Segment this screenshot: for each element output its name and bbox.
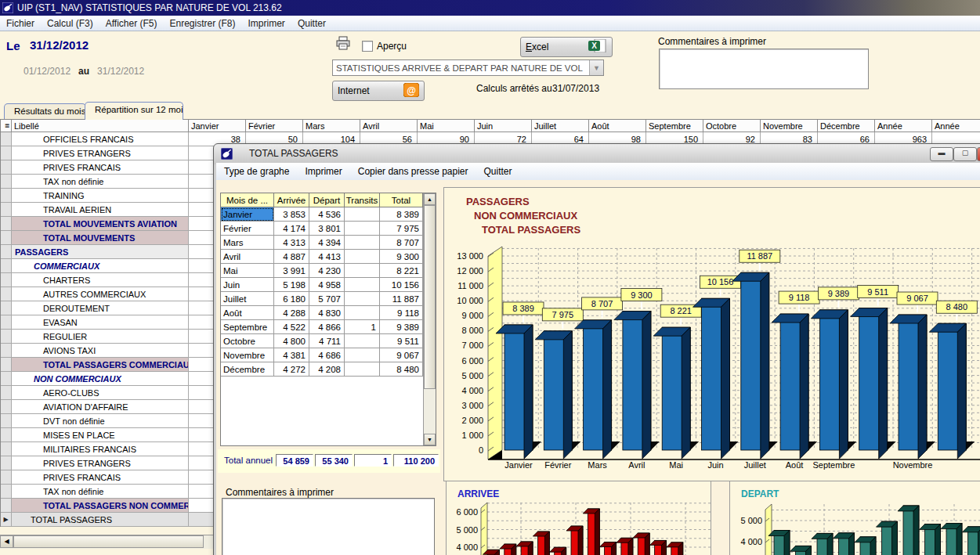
bar-side-face: [892, 521, 898, 555]
menu-item-copier-dans-presse-papier[interactable]: Copier dans presse papier: [350, 164, 476, 179]
bar-side-face: [721, 298, 730, 459]
cell: [345, 207, 380, 222]
menu-item-enregistrer-f8[interactable]: Enregistrer (F8): [164, 16, 242, 31]
bar-top-face: [963, 527, 980, 532]
column-header-avril[interactable]: Avril: [360, 120, 418, 132]
column-header-ao-t[interactable]: Août: [589, 120, 646, 132]
table-row[interactable]: Décembre4 2724 2088 480: [221, 362, 436, 377]
column-header-ann-e[interactable]: Année: [932, 120, 980, 132]
column-header-f-vrier[interactable]: Février: [246, 120, 303, 132]
column-header-mars[interactable]: Mars: [303, 120, 360, 132]
column-header-d-part[interactable]: Départ: [309, 193, 345, 207]
vscroll-thumb[interactable]: [424, 205, 436, 389]
table-row[interactable]: Février4 1743 8017 975: [221, 222, 436, 236]
table-row[interactable]: Août4 2884 8309 118: [221, 306, 436, 320]
chart-title: ARRIVEE: [457, 488, 499, 499]
row-label: PRIVES FRANCAIS: [12, 160, 189, 175]
total-passagers-chart-panel: PASSAGERSNON COMMERCIAUXTOTAL PASSAGERS0…: [443, 187, 980, 481]
scroll-down-icon[interactable]: ▼: [424, 434, 436, 445]
menu-item-imprimer[interactable]: Imprimer: [242, 16, 291, 31]
child-comments-input[interactable]: [222, 498, 435, 555]
row-label: PRIVES FRANCAIS: [12, 470, 189, 485]
column-header-mai[interactable]: Mai: [418, 120, 475, 132]
column-header-libelle[interactable]: Libellé: [12, 120, 189, 132]
tab-repartition-12-mois[interactable]: Répartition sur 12 mois: [85, 102, 183, 120]
main-menubar: FichierCalcul (F3)Afficher (F5)Enregistr…: [0, 16, 980, 31]
row-marker: [1, 456, 12, 470]
row-marker: [1, 485, 12, 499]
column-header-juin[interactable]: Juin: [475, 120, 532, 132]
column-header-mois-de[interactable]: Mois de ...: [221, 193, 274, 207]
column-header-arriv-e[interactable]: Arrivée: [274, 193, 309, 207]
table-vscrollbar[interactable]: ▲ ▼: [423, 193, 436, 445]
column-header-octobre[interactable]: Octobre: [703, 120, 761, 132]
column-header-transits[interactable]: Transits: [345, 193, 380, 207]
table-row[interactable]: Juillet6 1805 70711 887: [221, 292, 436, 306]
table-row[interactable]: Septembre4 5224 86619 389: [221, 320, 436, 334]
chevron-down-icon[interactable]: ▼: [589, 60, 603, 75]
table-row[interactable]: Juin5 1984 95810 156: [221, 278, 436, 292]
axis-wall: [488, 247, 502, 459]
period-to: 31/12/2012: [97, 66, 144, 77]
row-label: PRIVES ETRANGERS: [12, 456, 189, 470]
menu-item-quitter[interactable]: Quitter: [291, 16, 332, 31]
row-label: DEROUTEMENT: [12, 301, 189, 315]
close-button[interactable]: ✕: [977, 147, 980, 161]
menu-item-quitter[interactable]: Quitter: [476, 164, 520, 179]
cell: [345, 264, 380, 278]
table-row[interactable]: Avril4 8874 4139 300: [221, 250, 436, 264]
column-header-septembre[interactable]: Septembre: [646, 120, 703, 132]
report-select[interactable]: STATISTIQUES ARRIVEE & DEPART PAR NATURE…: [332, 59, 604, 76]
column-header-ann-e[interactable]: Année: [875, 120, 932, 132]
menu-item-calcul-f3[interactable]: Calcul (F3): [41, 16, 99, 31]
column-header-janvier[interactable]: Janvier: [189, 120, 246, 132]
bar-side-face: [800, 314, 808, 459]
hscroll-thumb[interactable]: [13, 535, 204, 548]
menu-item-imprimer[interactable]: Imprimer: [297, 164, 349, 179]
column-header-d-cembre[interactable]: Décembre: [818, 120, 875, 132]
child-menubar: Type de grapheImprimerCopier dans presse…: [216, 163, 980, 181]
row-label: CHARTERS: [12, 273, 189, 287]
cell: Mars: [221, 236, 274, 250]
excel-button[interactable]: Excel X: [520, 37, 613, 57]
child-titlebar[interactable]: TOTAL PASSAGERS ▬ ▢ ✕: [214, 144, 980, 163]
cell: 9 118: [380, 306, 423, 320]
y-tick-label: 7 000: [461, 341, 483, 350]
column-header-novembre[interactable]: Novembre: [761, 120, 818, 132]
scroll-left-icon[interactable]: ◀: [0, 535, 13, 548]
table-row[interactable]: Janvier3 8534 5368 389: [221, 207, 436, 222]
table-row[interactable]: Octobre4 8004 7119 511: [221, 334, 436, 348]
main-comments-input[interactable]: [659, 49, 869, 89]
table-row[interactable]: Mai3 9914 2308 221: [221, 264, 436, 278]
print-icon[interactable]: [335, 36, 351, 52]
menu-item-afficher-f5[interactable]: Afficher (F5): [99, 16, 164, 31]
tab-resultats-du-mois[interactable]: Résultats du mois: [4, 103, 86, 120]
maximize-button[interactable]: ▢: [953, 147, 977, 161]
column-header-total[interactable]: Total: [380, 193, 423, 207]
bar-side-face: [524, 325, 533, 459]
menu-item-type-de-graphe[interactable]: Type de graphe: [216, 164, 297, 179]
row-label: TOTAL PASSAGERS: [12, 513, 189, 527]
table-row[interactable]: Mars4 3134 3948 707: [221, 236, 436, 250]
y-tick-label: 6 000: [456, 507, 478, 517]
apercu-checkbox[interactable]: [362, 41, 373, 52]
scroll-up-icon[interactable]: ▲: [424, 193, 436, 205]
y-tick-label: 2 000: [461, 416, 483, 425]
cell: [345, 348, 380, 362]
y-tick-label: 8 000: [461, 326, 483, 335]
table-row[interactable]: Novembre4 3814 6869 067: [221, 348, 436, 362]
internet-button[interactable]: Internet @: [332, 81, 425, 101]
bar-side-face: [957, 323, 966, 459]
value-label: 9 067: [906, 294, 928, 303]
row-marker: [1, 231, 12, 245]
period-joiner: au: [78, 66, 89, 77]
row-marker: [1, 470, 12, 485]
menu-item-fichier[interactable]: Fichier: [0, 16, 41, 31]
row-marker: [1, 400, 12, 414]
minimize-button[interactable]: ▬: [930, 147, 953, 161]
column-header-juillet[interactable]: Juillet: [532, 120, 589, 132]
y-tick-label: 3 000: [461, 401, 483, 410]
chart-title: DEPART: [741, 488, 779, 499]
main-titlebar[interactable]: UIP (ST1_NAV) STATISTIQUES PAR NATURE DE…: [0, 0, 980, 16]
cell: 4 536: [309, 207, 345, 222]
